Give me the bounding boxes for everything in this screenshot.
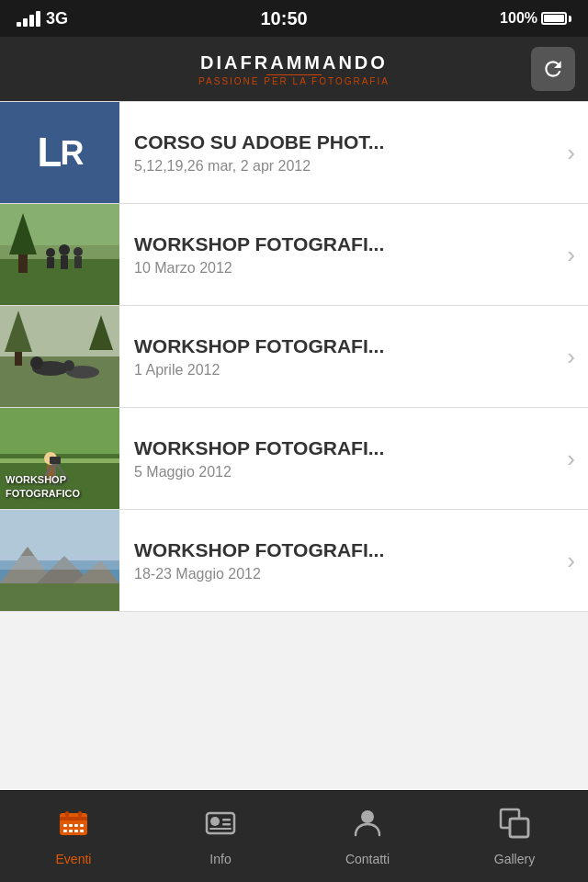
svg-rect-8	[74, 256, 82, 268]
item-title: WORKSHOP FOTOGRAFI...	[134, 233, 552, 255]
list-container: LR CORSO SU ADOBE PHOT... 5,12,19,26 mar…	[0, 101, 588, 612]
refresh-icon	[541, 57, 565, 81]
chevron-right-icon: ›	[567, 445, 588, 473]
item-subtitle: 18-23 Maggio 2012	[134, 566, 552, 582]
list-item[interactable]: WORKSHOP FOTOGRAFI... 1 Aprile 2012 ›	[0, 306, 588, 408]
item-title: WORKSHOP FOTOGRAFI...	[134, 335, 552, 357]
svg-rect-46	[63, 830, 67, 832]
svg-rect-48	[74, 830, 78, 832]
tab-eventi-label: Eventi	[56, 852, 92, 866]
svg-rect-52	[222, 819, 231, 821]
svg-rect-49	[80, 830, 84, 832]
item-subtitle: 5,12,19,26 mar, 2 apr 2012	[134, 158, 552, 175]
app-logo: DIAFRAMMANDO PASSIONE PER LA FOTOGRAFIA	[198, 52, 390, 86]
item-content: WORKSHOP FOTOGRAFI... 5 Maggio 2012	[119, 437, 567, 481]
signal-icon	[17, 11, 40, 27]
workshop-thumbnail-3: WORKSHOPFOTOGRAFICO	[0, 408, 119, 509]
item-subtitle: 10 Marzo 2012	[134, 260, 552, 277]
list-item[interactable]: WORKSHOP FOTOGRAFI... 10 Marzo 2012 ›	[0, 204, 588, 306]
svg-rect-57	[510, 819, 528, 837]
gallery-icon	[499, 808, 530, 846]
chevron-right-icon: ›	[567, 547, 588, 575]
tab-gallery[interactable]: Gallery	[441, 791, 588, 882]
event-list: LR CORSO SU ADOBE PHOT... 5,12,19,26 mar…	[0, 101, 588, 790]
workshop-thumbnail-1	[0, 204, 119, 305]
network-label: 3G	[46, 9, 68, 28]
svg-rect-40	[65, 811, 69, 817]
status-left: 3G	[17, 9, 68, 28]
calendar-icon	[58, 808, 89, 846]
time-label: 10:50	[260, 8, 307, 29]
svg-rect-47	[69, 830, 73, 832]
svg-rect-43	[69, 824, 73, 827]
app-title: DIAFRAMMANDO	[200, 52, 388, 74]
svg-rect-37	[0, 556, 119, 570]
svg-rect-45	[80, 824, 84, 827]
svg-point-51	[210, 817, 220, 826]
item-content: WORKSHOP FOTOGRAFI... 10 Marzo 2012	[119, 233, 567, 277]
logo-line	[266, 74, 322, 75]
tab-bar: Eventi Info Contatti	[0, 790, 588, 882]
svg-rect-15	[15, 352, 22, 366]
battery-icon	[541, 12, 571, 25]
chevron-right-icon: ›	[567, 343, 588, 371]
lr-thumbnail: LR	[0, 102, 119, 203]
svg-point-20	[63, 360, 74, 371]
tab-info[interactable]: Info	[147, 791, 294, 882]
svg-rect-22	[0, 408, 119, 454]
item-thumbnail: WORKSHOPFOTOGRAFICO	[0, 408, 119, 509]
item-thumbnail	[0, 204, 119, 305]
chevron-right-icon: ›	[567, 139, 588, 167]
tab-contatti[interactable]: Contatti	[294, 791, 441, 882]
svg-rect-44	[74, 824, 78, 827]
header: DIAFRAMMANDO PASSIONE PER LA FOTOGRAFIA	[0, 37, 588, 101]
svg-rect-41	[78, 811, 82, 817]
battery-container: 100%	[500, 10, 571, 27]
item-thumbnail	[0, 306, 119, 407]
item-title: CORSO SU ADOBE PHOT...	[134, 131, 552, 153]
workshop-thumbnail-2	[0, 306, 119, 407]
chevron-right-icon: ›	[567, 241, 588, 269]
svg-point-18	[30, 356, 43, 369]
svg-point-9	[46, 248, 55, 257]
item-content: CORSO SU ADOBE PHOT... 5,12,19,26 mar, 2…	[119, 131, 567, 175]
status-bar: 3G 10:50 100%	[0, 0, 588, 37]
app-subtitle: PASSIONE PER LA FOTOGRAFIA	[198, 76, 390, 86]
tab-contatti-label: Contatti	[345, 852, 390, 866]
item-content: WORKSHOP FOTOGRAFI... 18-23 Maggio 2012	[119, 539, 567, 582]
svg-rect-39	[60, 817, 87, 820]
svg-rect-6	[61, 255, 68, 269]
workshop-thumbnail-4	[0, 510, 119, 611]
people-icon	[352, 808, 383, 846]
svg-rect-10	[47, 257, 54, 268]
battery-percent: 100%	[500, 10, 537, 27]
tab-info-label: Info	[209, 852, 231, 866]
svg-rect-33	[0, 583, 119, 611]
svg-rect-1	[0, 259, 119, 305]
info-icon	[205, 808, 236, 846]
list-item[interactable]: WORKSHOPFOTOGRAFICO WORKSHOP FOTOGRAFI..…	[0, 408, 588, 510]
svg-rect-53	[222, 823, 231, 826]
item-thumbnail: LR	[0, 102, 119, 203]
list-item[interactable]: LR CORSO SU ADOBE PHOT... 5,12,19,26 mar…	[0, 101, 588, 204]
refresh-button[interactable]	[531, 47, 575, 91]
svg-point-7	[74, 247, 83, 256]
item-content: WORKSHOP FOTOGRAFI... 1 Aprile 2012	[119, 335, 567, 379]
item-title: WORKSHOP FOTOGRAFI...	[134, 437, 552, 459]
list-item[interactable]: WORKSHOP FOTOGRAFI... 18-23 Maggio 2012 …	[0, 510, 588, 612]
item-subtitle: 5 Maggio 2012	[134, 464, 552, 481]
tab-eventi[interactable]: Eventi	[0, 791, 147, 882]
svg-rect-4	[18, 254, 28, 273]
item-subtitle: 1 Aprile 2012	[134, 362, 552, 379]
svg-rect-42	[63, 824, 67, 827]
item-title: WORKSHOP FOTOGRAFI...	[134, 539, 552, 561]
svg-rect-30	[50, 457, 61, 464]
svg-rect-54	[209, 828, 232, 830]
item-thumbnail	[0, 510, 119, 611]
svg-point-55	[361, 810, 374, 823]
thumb-label: WORKSHOPFOTOGRAFICO	[6, 473, 80, 500]
svg-point-5	[59, 244, 70, 255]
tab-gallery-label: Gallery	[494, 852, 535, 866]
